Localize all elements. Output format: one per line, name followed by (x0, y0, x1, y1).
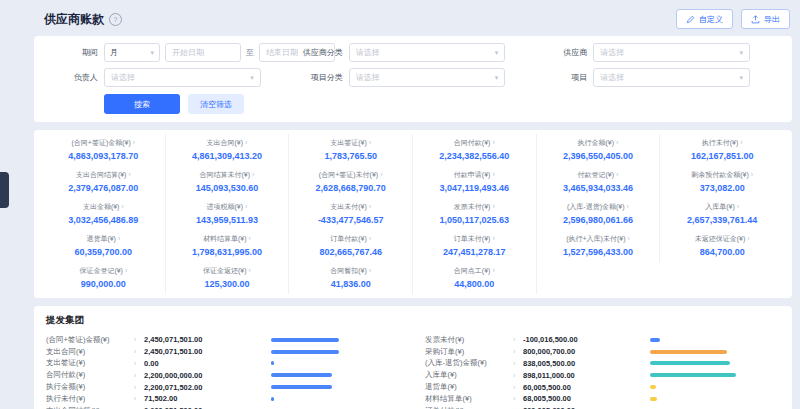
metric-card[interactable]: 订单付款(¥)› 802,665,767.46 (289, 230, 413, 262)
chevron-right-icon: › (627, 203, 629, 210)
metric-label: 合同结算未付(¥) (200, 171, 251, 178)
metric-card[interactable]: 执行金额(¥)› 2,396,550,405.00 (537, 134, 661, 166)
metric-value: 373,082.00 (664, 183, 780, 193)
group-metric-row[interactable]: 订单付款(¥) › 800,005,600.00 (425, 405, 780, 409)
metric-label: 退货单(¥) (425, 382, 513, 392)
group-metric-row[interactable]: 采购订单(¥) › 800,000,700.00 (425, 346, 780, 358)
chevron-right-icon: › (134, 336, 144, 343)
date-to-label: 至 (246, 47, 254, 58)
project-select[interactable]: 请选择 ▾ (593, 68, 750, 87)
clear-filters-button[interactable]: 清空筛选 (188, 94, 244, 114)
metric-card[interactable]: (合同+签证)金额(¥)› 4,863,093,178.70 (42, 134, 166, 166)
chevron-right-icon: › (513, 348, 523, 355)
group-metric-row[interactable]: 支出合同结算(¥) › 2,200,051,500.00 (46, 405, 401, 409)
chevron-right-icon: › (492, 267, 494, 274)
group-metric-row[interactable]: (入库-退货)金额(¥) › 838,005,500.00 (425, 358, 780, 370)
metric-label: 进项税额(¥) (207, 203, 244, 210)
chevron-right-icon: › (751, 171, 753, 178)
metric-card[interactable]: 支出未付(¥)› -433,477,546.57 (289, 198, 413, 230)
metric-value: 1,783,765.50 (293, 151, 408, 161)
metric-bar (650, 373, 736, 377)
metric-card[interactable]: 未返还保证金(¥)› 864,700.00 (660, 230, 784, 262)
metric-card[interactable]: 订单未付(¥)› 247,451,278.17 (413, 230, 537, 262)
chevron-right-icon: › (492, 171, 494, 178)
metric-card[interactable]: 合同暂扣(¥)› 41,836.00 (289, 262, 413, 294)
chevron-right-icon: › (513, 360, 523, 367)
metric-card[interactable]: 材料结算单(¥)› 1,798,631,995.00 (166, 230, 290, 262)
manager-select[interactable]: 请选择 ▾ (104, 68, 261, 87)
metric-value: 4,861,309,413.20 (170, 151, 285, 161)
metric-value: 864,700.00 (664, 247, 780, 257)
group-metric-row[interactable]: 材料结算单(¥) › 68,005,500.00 (425, 393, 780, 405)
chevron-right-icon: › (134, 348, 144, 355)
metric-value: 145,093,530.60 (170, 183, 285, 193)
chevron-right-icon: › (252, 171, 254, 178)
metric-card[interactable]: 退货单(¥)› 60,359,700.00 (42, 230, 166, 262)
group-metric-row[interactable]: (合同+签证)金额(¥) › 2,450,071,501.00 (46, 334, 401, 346)
metric-card[interactable]: 进项税额(¥)› 143,959,511.93 (166, 198, 290, 230)
metric-label: 支出未付(¥) (330, 203, 367, 210)
export-icon (751, 15, 760, 24)
group-metric-row[interactable]: 发票未付(¥) › -100,016,500.00 (425, 334, 780, 346)
metric-card[interactable]: 支出合同结算(¥)› 2,379,476,087.00 (42, 166, 166, 198)
metric-card[interactable]: (合同+签证)未付(¥)› 2,628,668,790.70 (289, 166, 413, 198)
metric-card[interactable]: 入库单(¥)› 2,657,339,761.44 (660, 198, 784, 230)
metric-card[interactable]: 支出签证(¥)› 1,783,765.50 (289, 134, 413, 166)
edit-icon (686, 15, 695, 24)
metric-value: 802,665,767.46 (293, 247, 408, 257)
metric-card[interactable]: 付款申请(¥)› 3,047,119,493.46 (413, 166, 537, 198)
metric-card[interactable]: 执行未付(¥)› 162,167,851.00 (660, 134, 784, 166)
metric-value: 162,167,851.00 (664, 151, 780, 161)
metric-label: 支出合同(¥) (207, 139, 244, 146)
metric-card[interactable]: (入库-退货)金额(¥)› 2,596,980,061.66 (537, 198, 661, 230)
group-metric-row[interactable]: 退货单(¥) › 60,005,500.00 (425, 381, 780, 393)
group-metric-row[interactable]: 合同付款(¥) › 2,200,000,000.00 (46, 369, 401, 381)
metric-label: (入库-退货)金额(¥) (425, 358, 513, 368)
metric-card[interactable]: 保证金返还(¥)› 125,300.00 (166, 262, 290, 294)
search-button[interactable]: 搜索 (104, 94, 180, 114)
period-unit-select[interactable]: 月 ▾ (104, 43, 160, 62)
project-category-label: 项目分类 (291, 72, 343, 83)
group-metric-row[interactable]: 执行金额(¥) › 2,200,071,502.00 (46, 381, 401, 393)
group-metric-row[interactable]: 执行未付(¥) › 71,502.00 (46, 393, 401, 405)
group-col-right: 发票未付(¥) › -100,016,500.00 采购订单(¥) › 800,… (425, 334, 780, 409)
metric-bar (271, 350, 357, 354)
group-metric-row[interactable]: 支出签证(¥) › 0.00 (46, 358, 401, 370)
metric-card[interactable]: 支出合同(¥)› 4,861,309,413.20 (166, 134, 290, 166)
filter-panel: 期间 月 ▾ 开始日期 至 结束日期 (34, 36, 792, 122)
chevron-right-icon: › (245, 139, 247, 146)
supplier-category-select[interactable]: 请选择 ▾ (349, 43, 506, 62)
metric-card[interactable]: 保证金登记(¥)› 990,000.00 (42, 262, 166, 294)
group-metric-row[interactable]: 支出合同(¥) › 2,450,071,501.00 (46, 346, 401, 358)
help-icon[interactable]: ? (109, 13, 122, 26)
group-col-left: (合同+签证)金额(¥) › 2,450,071,501.00 支出合同(¥) … (46, 334, 401, 409)
project-category-select[interactable]: 请选择 ▾ (349, 68, 506, 87)
sidebar-collapse-handle[interactable] (0, 172, 9, 208)
page-title: 供应商账款 (44, 11, 104, 28)
metric-card[interactable]: 支出金额(¥)› 3,032,456,486.89 (42, 198, 166, 230)
chevron-right-icon: › (249, 267, 251, 274)
group-metric-row[interactable]: 入库单(¥) › 898,011,000.00 (425, 369, 780, 381)
metric-card[interactable]: (执行+入库)未付(¥)› 1,527,596,433.00 (537, 230, 661, 262)
metric-card[interactable]: 剩余预付款金额(¥)› 373,082.00 (660, 166, 784, 198)
metric-bar (650, 397, 736, 401)
chevron-right-icon: › (513, 395, 523, 402)
supplier-placeholder: 请选择 (600, 47, 624, 58)
start-date-input[interactable]: 开始日期 (165, 43, 241, 62)
metric-value: 2,596,980,061.66 (541, 215, 656, 225)
supplier-select[interactable]: 请选择 ▾ (593, 43, 750, 62)
metric-card[interactable]: 合同点工(¥)› 44,800.00 (413, 262, 537, 294)
metric-bar (650, 385, 736, 389)
metric-card[interactable]: 合同结算未付(¥)› 145,093,530.60 (166, 166, 290, 198)
metric-card[interactable]: 发票未付(¥)› 1,050,117,025.63 (413, 198, 537, 230)
chevron-right-icon: › (249, 235, 251, 242)
customize-button[interactable]: 自定义 (676, 9, 733, 29)
metric-value: 68,005,500.00 (523, 394, 650, 403)
project-label: 项目 (535, 72, 587, 83)
export-button[interactable]: 导出 (741, 9, 790, 29)
metric-value: 838,005,500.00 (523, 359, 650, 368)
filter-actions: 搜索 清空筛选 (46, 94, 780, 114)
metric-card[interactable]: 合同付款(¥)› 2,234,382,556.40 (413, 134, 537, 166)
metric-card[interactable]: 付款登记(¥)› 3,465,934,033.46 (537, 166, 661, 198)
chevron-right-icon: › (118, 235, 120, 242)
